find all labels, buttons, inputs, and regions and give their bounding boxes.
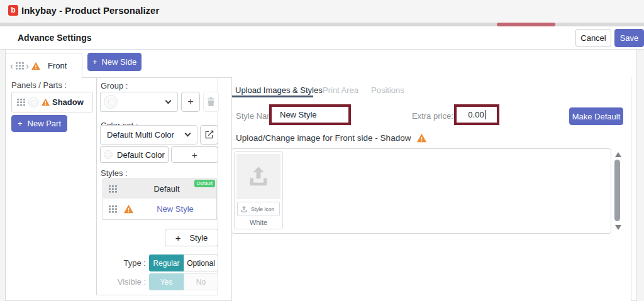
drag-handle-icon[interactable] — [16, 98, 25, 106]
page-title: Advance Settings — [18, 26, 91, 50]
delete-group-button[interactable] — [203, 92, 219, 112]
active-tab-underline — [232, 96, 313, 97]
style-icon-row[interactable]: Style Icon — [237, 202, 280, 216]
group-select[interactable] — [100, 92, 178, 112]
trash-icon — [207, 97, 215, 106]
upload-icon — [246, 164, 271, 189]
tab-front-label: Front — [48, 61, 67, 70]
upload-image-heading: Upload/Change image for Front side - Sha… — [236, 133, 427, 143]
text-cursor — [485, 110, 486, 119]
style-name-annotation-box: New Style — [269, 104, 351, 125]
new-side-button[interactable]: + New Side — [87, 53, 142, 71]
group-label: Group : — [101, 81, 128, 90]
add-style-button[interactable]: + Style — [165, 229, 218, 246]
style-item-new-style[interactable]: New Style — [103, 199, 217, 220]
type-label: Type : — [94, 258, 146, 268]
upload-icon — [240, 205, 248, 214]
tab-upload-images-styles[interactable]: Upload Images & Styles — [235, 85, 323, 95]
chevron-down-icon — [185, 131, 191, 137]
plus-icon: + — [18, 119, 23, 128]
card-left-border — [5, 77, 6, 301]
scroll-up-arrow-icon[interactable] — [615, 152, 621, 157]
style-item-default[interactable]: Default Default — [103, 178, 217, 199]
extra-price-annotation-box: 0.00 — [454, 104, 499, 125]
style-item-name: New Style — [134, 204, 216, 214]
extra-price-input[interactable]: 0.00 — [468, 110, 484, 119]
plus-icon: + — [92, 57, 97, 67]
visible-option-no[interactable]: No — [184, 273, 218, 290]
chevron-right-icon[interactable]: › — [26, 61, 29, 70]
extra-price-label: Extra price: — [412, 111, 453, 121]
part-thumbnail-icon — [28, 97, 39, 107]
add-color-button[interactable]: + — [171, 146, 218, 163]
make-default-button[interactable]: Make Default — [569, 107, 623, 125]
app-title: Inkybay - Product Personalizer — [21, 0, 159, 21]
tab-front[interactable]: ‹ › Front — [5, 53, 82, 78]
style-images-container — [231, 148, 611, 234]
cancel-button[interactable]: Cancel — [575, 29, 611, 47]
color-set-select[interactable]: Default Multi Color — [100, 125, 197, 145]
save-button[interactable]: Save — [614, 29, 644, 47]
drag-handle-icon[interactable] — [15, 62, 24, 70]
new-part-button[interactable]: + New Part — [11, 115, 67, 132]
add-group-button[interactable]: + — [181, 92, 200, 112]
type-option-regular[interactable]: Regular — [149, 254, 184, 271]
warning-icon — [41, 98, 50, 106]
default-color-button[interactable]: Default Color — [100, 146, 169, 163]
color-set-value: Default Multi Color — [107, 130, 174, 140]
tab-positions[interactable]: Positions — [371, 85, 404, 95]
styles-label: Styles : — [101, 168, 128, 178]
group-thumbnail-icon — [104, 95, 118, 109]
inkybay-logo-icon: b — [8, 5, 18, 16]
panels-parts-label: Panels / Parts : — [11, 80, 67, 90]
app-header: b Inkybay - Product Personalizer — [0, 0, 644, 23]
warning-icon — [31, 62, 41, 70]
inkybay-advanced-settings-page: b Inkybay - Product Personalizer Advance… — [0, 0, 644, 301]
upload-dropzone[interactable] — [236, 154, 280, 199]
style-icon-label: Style Icon — [251, 206, 274, 212]
scroll-down-arrow-icon[interactable] — [615, 225, 621, 230]
type-option-optional[interactable]: Optional — [184, 254, 218, 271]
chevron-left-icon[interactable]: ‹ — [10, 61, 13, 70]
part-name: Shadow — [52, 97, 84, 107]
edit-icon — [204, 130, 214, 140]
style-name-input[interactable]: New Style — [280, 110, 317, 119]
action-bar — [0, 26, 644, 50]
tab-print-area[interactable]: Print Area — [323, 85, 358, 95]
vertical-scrollbar-thumb[interactable] — [614, 160, 620, 221]
warning-icon — [123, 204, 134, 214]
visible-label: Visible : — [94, 277, 146, 287]
part-item-shadow[interactable]: Shadow — [11, 92, 93, 112]
visible-option-yes[interactable]: Yes — [149, 273, 184, 290]
plus-icon: + — [175, 233, 181, 243]
edit-color-set-button[interactable] — [200, 125, 218, 145]
chevron-down-icon — [165, 97, 172, 104]
style-tile-name: White — [234, 219, 283, 226]
drag-handle-icon[interactable] — [108, 185, 117, 193]
default-badge: Default — [194, 180, 215, 187]
warning-icon — [416, 133, 427, 143]
drag-handle-icon[interactable] — [108, 205, 117, 213]
color-swatch-icon — [104, 150, 113, 159]
